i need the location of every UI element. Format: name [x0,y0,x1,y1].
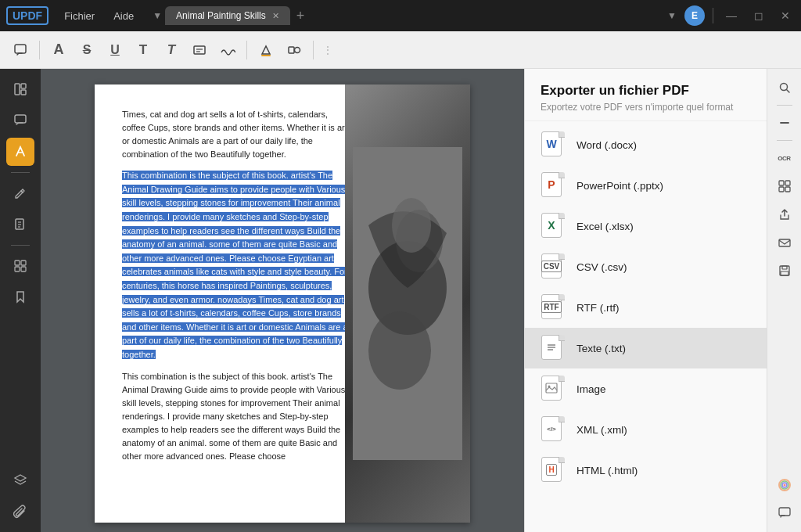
svg-rect-35 [779,187,784,192]
export-rtf-label: RTF (.rtf) [577,302,620,314]
text-box-toolbar-icon[interactable] [187,38,212,63]
maximize-button[interactable]: ◻ [749,8,768,23]
sidebar-layout-icon[interactable] [6,75,34,103]
svg-rect-8 [21,84,26,88]
svg-rect-0 [15,45,26,53]
right-search-icon[interactable] [772,75,797,100]
title-right-area: ▼ E — ◻ ✕ [667,5,795,26]
left-sidebar [0,69,41,532]
export-item-image[interactable]: Image [525,368,767,409]
sidebar-layers-icon[interactable] [6,466,34,494]
svg-rect-1 [194,46,205,54]
pdf-text-normal-bottom: This combination is the subject of this … [122,370,349,463]
export-image-label: Image [577,383,606,395]
user-avatar[interactable]: E [684,5,705,26]
text-T1-toolbar-icon[interactable]: T [131,38,156,63]
sidebar-thumbnail-icon[interactable] [6,252,34,280]
export-excel-label: Excel (.xlsx) [577,221,634,232]
right-thumbnail-icon[interactable] [772,174,797,199]
right-sep-2 [777,140,792,141]
sidebar-comment-icon[interactable] [6,106,34,135]
svg-line-31 [786,90,789,93]
svg-rect-7 [15,84,20,95]
content-area: Times, cat and dog art sells a lot of t-… [41,69,801,532]
svg-rect-10 [15,115,26,123]
export-item-ppt[interactable]: P PowerPoint (.pptx) [525,165,767,206]
menu-aide[interactable]: Aide [107,7,140,25]
text-T2-toolbar-icon[interactable]: T [159,38,184,63]
shape-toolbar-icon[interactable] [282,38,307,63]
pdf-page: Times, cat and dog art sells a lot of t-… [95,84,470,523]
svg-rect-19 [21,267,26,271]
image-icon [541,376,566,401]
underline-toolbar-icon[interactable]: U [102,38,128,63]
sidebar-highlight-icon[interactable] [6,138,34,166]
export-item-html[interactable]: H HTML (.html) [525,450,767,491]
svg-rect-4 [261,55,271,56]
svg-rect-36 [785,187,790,192]
html-icon: H [541,458,566,483]
sidebar-bookmark-icon[interactable] [6,283,34,311]
comment-toolbar-icon[interactable] [8,38,33,63]
svg-rect-9 [21,90,26,95]
minimize-button[interactable]: — [721,8,742,23]
export-xml-label: XML (.xml) [577,424,627,436]
export-item-txt[interactable]: Texte (.txt) [525,328,767,368]
svg-rect-16 [15,261,20,265]
sidebar-pages-icon[interactable] [6,210,34,239]
pdf-text-normal-top: Times, cat and dog art sells a lot of t-… [122,108,349,161]
export-csv-label: CSV (.csv) [577,261,627,273]
right-minus-icon[interactable] [772,110,797,135]
tab-add-button[interactable]: + [293,8,308,24]
toolbar-overflow[interactable]: ⋮ [320,45,336,56]
toolbar: A S U T T ⋮ [0,31,801,69]
title-bar: UPDF Fichier Aide ▼ Animal Painting Skil… [0,0,801,31]
toolbar-sep-2 [246,41,247,59]
svg-point-6 [295,47,300,52]
rtf-icon: RTF [541,295,566,320]
export-item-excel[interactable]: X Excel (.xlsx) [525,206,767,246]
pdf-text-highlighted: This combination is the subject of this … [122,169,349,361]
svg-rect-38 [780,266,789,275]
export-item-xml[interactable]: </> XML (.xml) [525,409,767,450]
export-list: W Word (.docx) P [525,121,767,532]
window-dropdown-icon[interactable]: ▼ [667,10,677,21]
right-sidebar: OCR [767,69,801,532]
highlight-text-toolbar-icon[interactable]: A [46,38,71,63]
export-html-label: HTML (.html) [577,465,638,476]
toolbar-sep-3 [313,41,314,59]
right-mail-icon[interactable] [772,230,797,255]
right-sep-1 [777,105,792,106]
svg-rect-33 [779,181,784,185]
pdf-viewer[interactable]: Times, cat and dog art sells a lot of t-… [41,69,524,532]
tab-animal-painting[interactable]: Animal Painting Skills ✕ [165,6,290,25]
svg-rect-45 [779,508,790,516]
export-item-word[interactable]: W Word (.docx) [525,124,767,165]
right-rainbow-icon[interactable] [772,473,797,498]
export-ppt-label: PowerPoint (.pptx) [577,180,663,192]
export-item-csv[interactable]: CSV CSV (.csv) [525,246,767,287]
sidebar-sep-1 [11,172,30,173]
tab-arrow-icon[interactable]: ▼ [153,10,162,21]
export-txt-label: Texte (.txt) [577,343,626,354]
right-chat-icon[interactable] [772,501,797,526]
sidebar-attachment-icon[interactable] [6,498,34,526]
tab-close-icon[interactable]: ✕ [272,11,279,21]
svg-point-24 [392,198,431,253]
sidebar-edit-icon[interactable] [6,179,34,207]
export-item-rtf[interactable]: RTF RTF (.rtf) [525,287,767,328]
right-share-icon[interactable] [772,202,797,227]
pdf-image-placeholder [345,84,470,523]
export-panel: Exporter un fichier PDF Exportez votre P… [524,69,767,532]
svg-rect-5 [289,47,294,53]
color-fill-toolbar-icon[interactable] [253,38,278,63]
menu-fichier[interactable]: Fichier [58,7,101,25]
right-ocr-icon[interactable]: OCR [772,146,797,171]
right-save-icon[interactable] [772,258,797,283]
close-button[interactable]: ✕ [776,8,795,23]
updf-logo[interactable]: UPDF [6,6,48,25]
strikethrough-toolbar-icon[interactable]: S [74,38,99,63]
pdf-image-area [345,84,470,523]
wave-toolbar-icon[interactable] [215,38,240,63]
svg-rect-17 [21,261,26,265]
